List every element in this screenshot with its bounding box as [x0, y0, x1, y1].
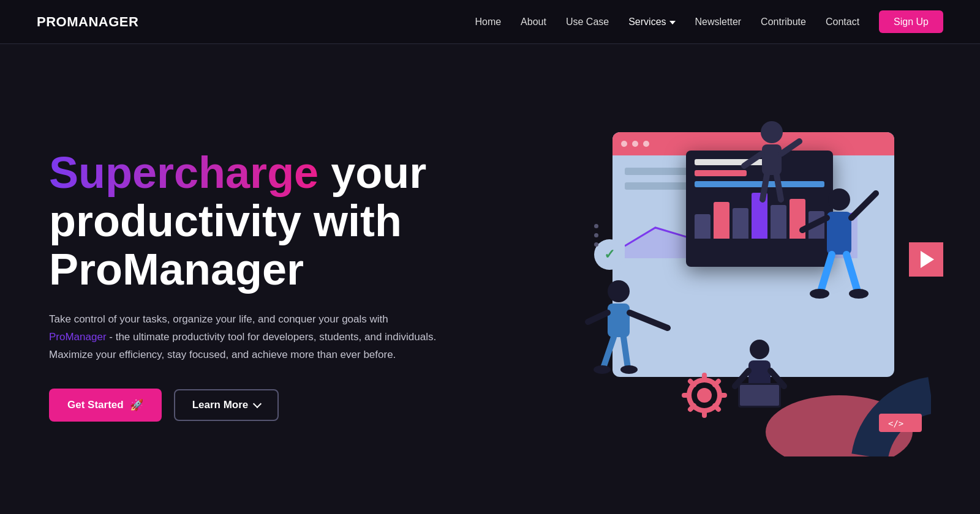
rocket-icon: 🚀 — [130, 398, 143, 412]
nav-contact[interactable]: Contact — [826, 17, 859, 27]
dark-panel — [686, 151, 833, 267]
svg-rect-26 — [740, 385, 779, 406]
nav-contribute[interactable]: Contribute — [761, 17, 806, 27]
svg-text:</>: </> — [888, 419, 903, 428]
svg-line-37 — [715, 381, 718, 385]
nav-links: Home About Use Case Services Newsletter … — [475, 17, 943, 28]
navbar: PROMANAGER Home About Use Case Services … — [0, 0, 980, 44]
gear-svg — [684, 375, 725, 415]
svg-point-13 — [594, 365, 611, 374]
check-circle: ✓ — [594, 239, 625, 270]
nav-home[interactable]: Home — [475, 17, 501, 27]
browser-dot-1 — [621, 141, 627, 147]
nav-newsletter[interactable]: Newsletter — [695, 17, 742, 27]
hero-title-productivity: productivity with — [49, 196, 402, 245]
hero-title-supercharge: Supercharge — [49, 148, 318, 197]
browser-dot-3 — [643, 141, 649, 147]
hero-title-promanager: ProManager — [49, 245, 304, 294]
dots-decoration — [594, 224, 598, 247]
hero-section: Supercharge your productivity with ProMa… — [0, 44, 980, 514]
svg-line-10 — [588, 313, 608, 322]
nav-about[interactable]: About — [521, 17, 546, 27]
svg-rect-25 — [738, 383, 781, 408]
browser-dot-2 — [632, 141, 638, 147]
check-icon: ✓ — [604, 247, 615, 263]
get-started-button[interactable]: Get Started 🚀 — [49, 389, 162, 422]
nav-services[interactable]: Services — [628, 17, 675, 28]
hero-link[interactable]: ProManager — [49, 331, 107, 343]
hero-content: Supercharge your productivity with ProMa… — [49, 149, 441, 422]
panel-bar-chart — [695, 196, 824, 239]
hero-description: Take control of your tasks, organize you… — [49, 311, 441, 364]
svg-line-38 — [690, 406, 694, 409]
svg-line-36 — [715, 406, 718, 409]
play-icon — [921, 251, 934, 268]
svg-line-35 — [690, 381, 694, 385]
half-circle — [766, 395, 913, 456]
svg-point-29 — [689, 380, 720, 411]
hero-buttons: Get Started 🚀 Learn More — [49, 389, 441, 422]
signup-button[interactable]: Sign Up — [879, 10, 943, 33]
arrow-down-icon — [253, 400, 262, 408]
chevron-down-icon — [669, 21, 676, 24]
svg-point-30 — [697, 388, 712, 403]
play-button[interactable] — [909, 242, 943, 277]
svg-rect-39 — [879, 414, 922, 432]
hero-illustration: ✓ — [576, 114, 931, 456]
hero-title-your: your — [318, 148, 426, 197]
learn-more-button[interactable]: Learn More — [174, 389, 279, 421]
nav-usecase[interactable]: Use Case — [566, 17, 609, 27]
hero-title: Supercharge your productivity with ProMa… — [49, 149, 441, 294]
brand-logo[interactable]: PROMANAGER — [37, 14, 138, 30]
